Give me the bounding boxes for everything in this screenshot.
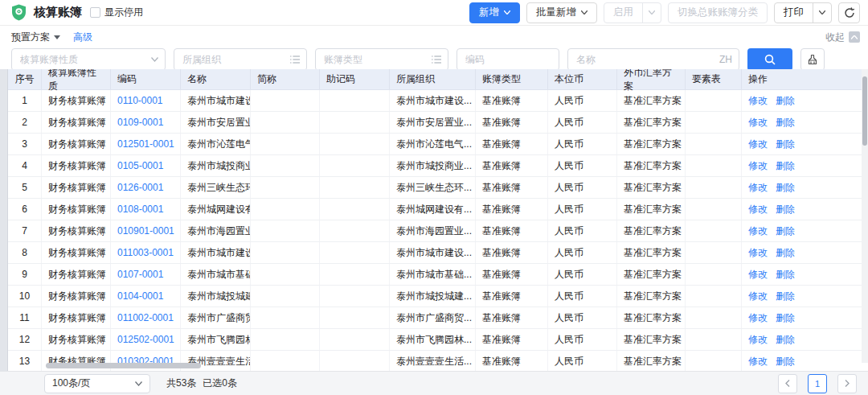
code-link[interactable]: 0104-0001 [117, 290, 163, 302]
row-org: 泰州壹壹壹生活... [390, 351, 476, 371]
book-type-field[interactable] [315, 48, 448, 71]
current-page-button[interactable]: 1 [808, 374, 827, 393]
code-link[interactable]: 0109-0001 [117, 117, 163, 128]
delete-link[interactable]: 删除 [776, 246, 795, 260]
list-select-icon[interactable] [290, 56, 300, 64]
table-row[interactable]: 2 财务核算账簿 0109-0001 泰州市安居置业... 泰州市安居置业...… [8, 112, 862, 134]
book-nature-input[interactable] [12, 49, 165, 70]
table-row[interactable]: 9 财务核算账簿 0107-0001 泰州市城市基础... 泰州市城市基础...… [8, 264, 862, 286]
refresh-button[interactable] [838, 2, 860, 23]
show-disabled-checkbox[interactable]: 显示停用 [90, 6, 143, 19]
table-row[interactable]: 3 财务核算账簿 012501-0001 泰州市沁莲电气... 泰州市沁莲电气.… [8, 134, 862, 155]
code-input[interactable] [457, 49, 559, 70]
enable-dropdown-button[interactable] [642, 3, 661, 23]
row-seq: 4 [8, 155, 42, 176]
name-input[interactable] [568, 49, 739, 70]
row-nature: 财务核算账簿 [42, 199, 111, 220]
delete-link[interactable]: 删除 [776, 290, 795, 303]
delete-link[interactable]: 删除 [776, 203, 795, 216]
print-dropdown-button[interactable] [813, 3, 831, 23]
edit-link[interactable]: 修改 [748, 333, 768, 347]
code-link[interactable]: 0107-0001 [117, 269, 163, 280]
code-link[interactable]: 0105-0001 [117, 160, 163, 171]
delete-link[interactable]: 删除 [776, 138, 795, 151]
delete-link[interactable]: 删除 [776, 311, 795, 325]
advanced-filter-link[interactable]: 高级 [73, 31, 92, 44]
edit-link[interactable]: 修改 [748, 116, 768, 130]
row-short-name [251, 351, 320, 371]
code-field[interactable] [457, 48, 559, 71]
owning-org-field[interactable] [174, 48, 307, 71]
delete-link[interactable]: 删除 [776, 355, 795, 368]
checkbox-icon[interactable] [90, 7, 100, 18]
code-link[interactable]: 012502-0001 [117, 334, 174, 345]
row-org: 泰州市飞腾园林... [390, 329, 476, 350]
enable-button[interactable]: 启用 [604, 3, 642, 23]
row-base-currency: 人民币 [548, 286, 617, 307]
next-page-button[interactable] [837, 374, 857, 393]
page-size-select[interactable]: 100条/页 [44, 374, 150, 393]
edit-link[interactable]: 修改 [748, 159, 768, 173]
prev-page-button[interactable] [778, 374, 797, 393]
vertical-scrollbar-thumb[interactable] [862, 76, 867, 146]
delete-link[interactable]: 删除 [776, 268, 795, 282]
table-row[interactable]: 4 财务核算账簿 0105-0001 泰州市城投商业... 泰州市城投商业...… [8, 155, 862, 177]
row-base-currency: 人民币 [548, 264, 617, 285]
delete-link[interactable]: 删除 [776, 181, 795, 195]
table-row[interactable]: 1 财务核算账簿 0110-0001 泰州市城市建设... 泰州市城市建设...… [8, 90, 862, 112]
switch-ledger-category-button[interactable]: 切换总账账簿分类 [668, 2, 768, 23]
edit-link[interactable]: 修改 [748, 268, 768, 282]
delete-link[interactable]: 删除 [776, 116, 795, 130]
edit-link[interactable]: 修改 [748, 181, 768, 195]
code-link[interactable]: 0126-0001 [117, 182, 163, 193]
row-seq: 10 [8, 286, 42, 307]
row-fx-rate-plan: 基准汇率方案 [617, 177, 686, 198]
collapse-filter-toggle[interactable]: 收起 [825, 31, 860, 44]
row-short-name [251, 112, 320, 133]
batch-add-button[interactable]: 批量新增 [526, 2, 597, 23]
table-row[interactable]: 5 财务核算账簿 0126-0001 泰州三峡生态环... 泰州三峡生态环...… [8, 177, 862, 199]
add-button[interactable]: 新增 [469, 2, 520, 23]
edit-link[interactable]: 修改 [748, 224, 768, 238]
code-link[interactable]: 010901-0001 [117, 225, 174, 237]
edit-link[interactable]: 修改 [748, 138, 768, 151]
list-select-icon[interactable] [432, 56, 441, 64]
row-seq: 1 [8, 90, 42, 111]
horizontal-scrollbar-thumb[interactable] [46, 363, 201, 368]
delete-link[interactable]: 删除 [776, 333, 795, 347]
owning-org-input[interactable] [174, 49, 306, 70]
table-row[interactable]: 6 财务核算账簿 0108-0001 泰州城网建设有... 泰州城网建设有...… [8, 199, 862, 220]
code-link[interactable]: 011002-0001 [117, 312, 174, 323]
table-row[interactable]: 8 财务核算账簿 011003-0001 泰州市城市建设... 泰州市城市建设.… [8, 242, 862, 264]
row-fx-rate-plan: 基准汇率方案 [617, 307, 686, 328]
code-link[interactable]: 0108-0001 [117, 204, 163, 215]
search-button[interactable] [747, 48, 792, 71]
edit-link[interactable]: 修改 [748, 290, 768, 303]
table-row[interactable]: 10 财务核算账簿 0104-0001 泰州市城投城建... 泰州市城投城建..… [8, 286, 862, 307]
delete-link[interactable]: 删除 [776, 94, 795, 108]
table-row[interactable]: 11 财务核算账簿 011002-0001 泰州市广盛商贸... 泰州市广盛商贸… [8, 307, 862, 329]
edit-link[interactable]: 修改 [748, 94, 768, 108]
row-org: 泰州市安居置业... [390, 112, 476, 133]
delete-link[interactable]: 删除 [776, 224, 795, 238]
row-fx-rate-plan: 基准汇率方案 [617, 264, 686, 285]
edit-link[interactable]: 修改 [748, 203, 768, 216]
table-row[interactable]: 12 财务核算账簿 012502-0001 泰州市飞腾园林... 泰州市飞腾园林… [8, 329, 862, 351]
book-type-input[interactable] [316, 49, 448, 70]
edit-link[interactable]: 修改 [748, 311, 768, 325]
clear-filter-button[interactable] [800, 48, 825, 71]
row-code-cell: 0110-0001 [111, 90, 181, 111]
book-nature-select[interactable] [11, 48, 166, 71]
name-field[interactable]: ZH [567, 48, 739, 71]
print-split-button: 打印 [774, 2, 832, 23]
print-button[interactable]: 打印 [775, 3, 813, 23]
code-link[interactable]: 012501-0001 [117, 138, 174, 150]
preset-scheme-dropdown[interactable]: 预置方案 [11, 31, 60, 44]
code-link[interactable]: 0110-0001 [117, 95, 163, 106]
table-row[interactable]: 7 财务核算账簿 010901-0001 泰州市海园置业... 泰州市海园置业.… [8, 220, 862, 242]
edit-link[interactable]: 修改 [748, 355, 768, 368]
vertical-scrollbar[interactable] [862, 69, 868, 363]
code-link[interactable]: 011003-0001 [117, 247, 174, 258]
edit-link[interactable]: 修改 [748, 246, 768, 260]
delete-link[interactable]: 删除 [776, 159, 795, 173]
